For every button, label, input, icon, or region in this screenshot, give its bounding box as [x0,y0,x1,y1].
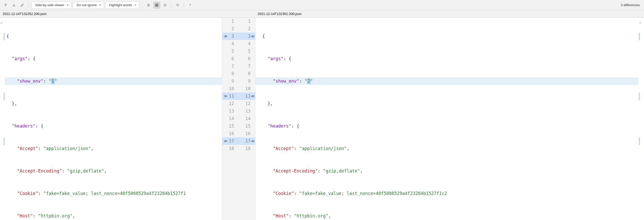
diff-stripe [639,93,640,100]
diff-stripe [639,138,640,145]
code-line: "Host": "httpbin.org", [255,212,638,220]
prev-diff-button[interactable] [2,2,9,9]
separator [171,2,171,8]
svg-point-3 [190,6,191,6]
diff-toolbar: Side-by-side viewer ▼ Do not ignore ▼ Hi… [0,0,644,10]
diff-stripe [4,33,5,40]
file-title-bar: 2021-12-14T132252.200.json 2021-12-14T13… [0,10,644,18]
code-line: }, [5,100,222,107]
separator [28,2,29,8]
code-line: "Cookie": "fake=fake_value; last_nonce=4… [5,190,222,197]
edit-button[interactable] [19,2,26,9]
left-pane[interactable]: { "args": { "show_env": "1" }, "headers"… [5,18,222,220]
check-icon: ✓ [639,19,641,27]
code-line: "args": { [5,55,222,62]
sync-scroll-button[interactable] [153,2,160,9]
diff-container: ✓ { "args": { "show_env": "1" }, "header… [0,18,644,220]
code-line: "Accept-Encoding": "gzip,deflate", [255,167,638,175]
svg-point-2 [164,5,166,6]
separator [142,2,142,8]
code-line: "Host": "httpbin.org", [5,212,222,220]
right-file-name: 2021-12-14T132352.200.json [255,10,644,17]
code-line: "headers": { [5,122,222,130]
left-line-numbers: 1 2 3 4 5 6 7 8 9 10 11 12 13 14 15 16 1… [222,18,239,220]
check-icon: ✓ [1,19,3,27]
diff-stripe [639,33,640,40]
code-line-diff: "show_env": "1" [5,77,222,85]
help-button[interactable] [187,2,194,9]
code-line: "Accept": "application/json", [255,145,638,152]
diff-count-status: 3 differences [621,3,642,7]
code-line-diff: "show_env": "2" [255,77,638,85]
left-marker-column: ✓ [0,18,5,220]
highlight-mode-dropdown[interactable]: Highlight words ▼ [105,2,139,9]
code-line: "Accept-Encoding": "gzip,deflate", [5,167,222,175]
settings-button[interactable] [161,2,169,9]
diff-stripe [4,93,5,100]
chevron-down-icon: ▼ [66,4,69,6]
code-line: { [255,33,638,40]
viewer-mode-label: Side-by-side viewer [35,3,64,7]
code-line: "Accept": "application/json", [5,145,222,152]
separator [184,2,184,8]
viewer-mode-dropdown[interactable]: Side-by-side viewer ▼ [31,2,72,9]
refresh-button[interactable] [174,2,181,9]
highlight-mode-label: Highlight words [109,3,132,7]
right-pane[interactable]: { "args": { "show_env": "2" }, "headers"… [255,18,638,220]
right-line-numbers: 1 2 3 4 5 6 7 8 9 10 11 12 13 14 15 16 1… [239,18,255,220]
ignore-mode-dropdown[interactable]: Do not ignore ▼ [73,2,104,9]
collapse-unchanged-button[interactable] [145,2,152,9]
next-diff-button[interactable] [10,2,18,9]
line-number-gutters: 1 2 3 4 5 6 7 8 9 10 11 12 13 14 15 16 1… [222,18,255,220]
ignore-mode-label: Do not ignore [77,3,97,7]
code-line: "headers": { [255,122,638,130]
right-marker-column: ✓ [638,18,644,220]
code-line: "Cookie": "fake=fake_value; last_nonce=4… [255,190,638,197]
chevron-down-icon: ▼ [99,4,101,6]
chevron-down-icon: ▼ [134,4,137,6]
diff-stripe [4,138,5,145]
code-line: }, [255,100,638,107]
code-line: { [5,33,222,40]
code-line: "args": { [255,55,638,62]
left-file-name: 2021-12-14T132252.200.json [0,10,222,17]
